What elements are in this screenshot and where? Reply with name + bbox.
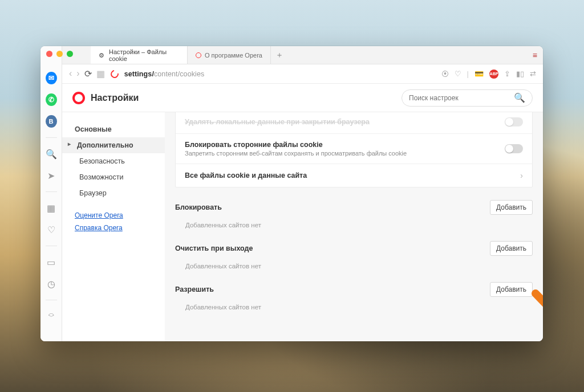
- empty-text: Добавленных сайтов нет: [185, 263, 533, 270]
- help-opera-link[interactable]: Справка Opera: [62, 222, 165, 234]
- row-delete-on-close[interactable]: Удалять локальные данные при закрытии бр…: [176, 112, 532, 133]
- nav-security[interactable]: Безопасность: [62, 153, 165, 169]
- search-icon: 🔍: [514, 92, 525, 103]
- settings-nav: Основные Дополнительно Безопасность Возм…: [62, 112, 165, 341]
- reload-button[interactable]: ⟳: [84, 68, 92, 79]
- tab-label: Настройки – Файлы cookie: [109, 48, 179, 62]
- speed-dial-icon[interactable]: ▦: [46, 202, 57, 214]
- heart-icon[interactable]: ♡: [46, 224, 57, 235]
- description: Запретить сторонним веб-сайтам сохранять…: [185, 150, 407, 157]
- section-allow: Разрешить Добавить Добавленных сайтов не…: [175, 282, 533, 311]
- rate-opera-link[interactable]: Оцените Opera: [62, 209, 165, 222]
- browser-window: ✉ ✆ B 🔍 ➤ ▦ ♡ ▭ ◷ ⌔ ⚙ Настройки – Файлы …: [40, 46, 543, 341]
- messenger-icon[interactable]: ✉: [46, 72, 57, 84]
- snapshot-icon[interactable]: ⌔: [46, 311, 57, 322]
- toggle-delete-on-close[interactable]: [505, 117, 523, 126]
- close-window-button[interactable]: [46, 51, 52, 57]
- empty-text: Добавленных сайтов нет: [185, 304, 533, 311]
- tab-about-opera[interactable]: О программе Opera: [188, 46, 271, 64]
- settings-header: Настройки 🔍: [62, 84, 543, 112]
- opera-logo-icon: [72, 92, 85, 104]
- heart-icon[interactable]: ♡: [455, 70, 461, 78]
- gear-icon: ⚙: [99, 52, 106, 59]
- add-clear-button[interactable]: Добавить: [490, 241, 533, 256]
- label: Блокировать сторонние файлы cookie: [185, 141, 407, 149]
- section-clear-on-exit: Очистить при выходе Добавить Добавленных…: [175, 241, 533, 270]
- minimize-window-button[interactable]: [56, 51, 63, 57]
- whatsapp-icon[interactable]: ✆: [46, 94, 57, 105]
- new-tab-button[interactable]: ＋: [271, 46, 288, 64]
- sidebar-rail: ✉ ✆ B 🔍 ➤ ▦ ♡ ▭ ◷ ⌔: [40, 46, 62, 341]
- opera-icon: [196, 52, 201, 58]
- nav-main[interactable]: Основные: [62, 121, 165, 137]
- tab-settings-cookies[interactable]: ⚙ Настройки – Файлы cookie: [91, 46, 188, 64]
- empty-text: Добавленных сайтов нет: [185, 222, 533, 228]
- nav-advanced[interactable]: Дополнительно: [62, 137, 165, 153]
- window-controls: [46, 51, 73, 57]
- add-block-button[interactable]: Добавить: [490, 200, 533, 215]
- battery-icon: ▮▯: [516, 70, 524, 78]
- chevron-right-icon: ›: [520, 171, 523, 180]
- main-area: ⚙ Настройки – Файлы cookie О программе O…: [62, 46, 543, 341]
- vk-icon[interactable]: B: [46, 116, 57, 127]
- url-field[interactable]: settings/content/cookies: [124, 70, 436, 78]
- address-bar: ‹ › ⟳ ▦ settings/content/cookies ⦿ ♡ | 💳…: [62, 64, 543, 84]
- settings-search[interactable]: 🔍: [402, 89, 533, 107]
- toggle-block-3p[interactable]: [505, 144, 523, 153]
- sync-icon[interactable]: ⇄: [530, 70, 536, 78]
- speed-dial-button[interactable]: ▦: [96, 68, 105, 79]
- share-icon[interactable]: ⇪: [504, 70, 510, 78]
- nav-browser[interactable]: Браузер: [62, 185, 165, 201]
- adblock-icon[interactable]: ABP: [489, 70, 498, 79]
- back-button[interactable]: ‹: [69, 68, 72, 79]
- page-title: Настройки: [91, 93, 139, 103]
- tab-strip: ⚙ Настройки – Файлы cookie О программе O…: [62, 46, 543, 64]
- search-input[interactable]: [409, 94, 509, 102]
- settings-content: Удалять локальные данные при закрытии бр…: [165, 112, 543, 341]
- section-label: Блокировать: [175, 203, 222, 211]
- history-icon[interactable]: ◷: [46, 278, 57, 289]
- news-icon[interactable]: ▭: [46, 256, 57, 268]
- tab-label: О программе Opera: [205, 52, 262, 59]
- section-block: Блокировать Добавить Добавленных сайтов …: [175, 200, 533, 228]
- snapshot-icon[interactable]: ⦿: [441, 70, 449, 78]
- search-icon[interactable]: 🔍: [46, 148, 57, 160]
- nav-features[interactable]: Возможности: [62, 169, 165, 185]
- zoom-window-button[interactable]: [67, 51, 73, 57]
- easy-setup-icon[interactable]: ≡: [533, 51, 537, 60]
- send-icon[interactable]: ➤: [46, 170, 57, 181]
- row-all-cookies[interactable]: Все файлы cookie и данные сайта ›: [176, 164, 532, 187]
- wallet-icon[interactable]: 💳: [474, 70, 484, 78]
- section-label: Разрешить: [175, 285, 214, 293]
- row-block-3p-cookies[interactable]: Блокировать сторонние файлы cookie Запре…: [176, 133, 532, 164]
- add-allow-button[interactable]: Добавить: [490, 282, 533, 297]
- opera-url-icon: [109, 68, 120, 79]
- forward-button[interactable]: ›: [76, 68, 79, 79]
- section-label: Очистить при выходе: [175, 244, 253, 252]
